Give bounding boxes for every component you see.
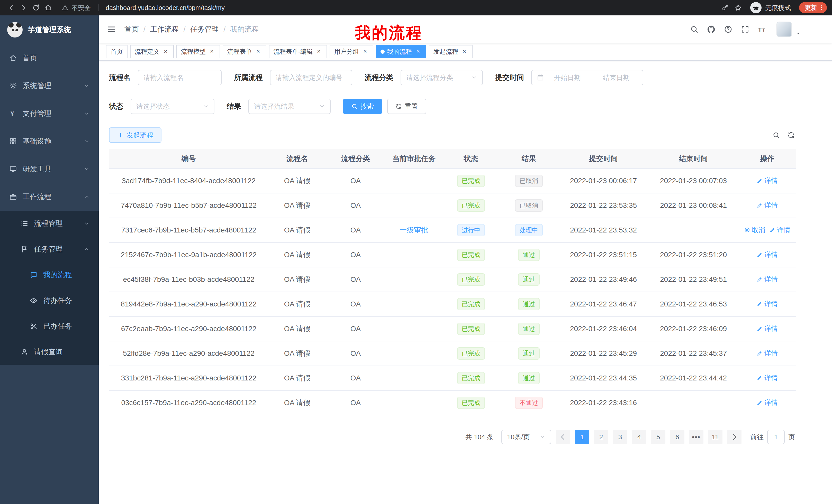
row-current-task — [385, 169, 443, 193]
date-range-picker[interactable]: 开始日期 - 结束日期 — [531, 70, 643, 85]
sidebar-item-system-manage[interactable]: 系统管理 — [0, 72, 99, 100]
pagination-page-2[interactable]: 2 — [594, 430, 608, 444]
breadcrumb-item[interactable]: 首页 — [125, 24, 139, 34]
search-button[interactable]: 搜索 — [343, 99, 382, 114]
result-tag: 通过 — [518, 372, 540, 384]
breadcrumb-item[interactable]: 任务管理 — [190, 24, 219, 34]
start-date-placeholder[interactable]: 开始日期 — [546, 73, 589, 82]
detail-action[interactable]: 详情 — [769, 226, 790, 234]
page-size-select[interactable]: 10条/页 — [501, 430, 551, 444]
browser-back-button[interactable] — [5, 2, 18, 14]
close-icon[interactable]: × — [461, 48, 468, 55]
close-icon[interactable]: × — [208, 48, 215, 55]
cancel-action[interactable]: 取消 — [744, 226, 765, 234]
pagination-page-1[interactable]: 1 — [575, 430, 589, 444]
close-icon[interactable]: × — [162, 48, 169, 55]
detail-action[interactable]: 详情 — [757, 176, 778, 185]
status-select[interactable]: 请选择状态 — [131, 99, 214, 114]
sidebar-item-home[interactable]: 首页 — [0, 44, 99, 72]
browser-reload-button[interactable] — [30, 2, 42, 14]
pagination-page-4[interactable]: 4 — [632, 430, 646, 444]
sidebar-item-todo-task[interactable]: 待办任务 — [0, 288, 99, 313]
sidebar-item-workflow[interactable]: 工作流程 — [0, 183, 99, 211]
pagination-page-3[interactable]: 3 — [613, 430, 627, 444]
sidebar-toggle-button[interactable] — [107, 25, 116, 34]
sidebar-item-task-manage[interactable]: 任务管理 — [0, 236, 99, 262]
detail-action[interactable]: 详情 — [757, 373, 778, 383]
url-text[interactable]: dashboard.yudao.iocoder.cn/bpm/task/my — [106, 4, 225, 11]
sidebar-item-done-task[interactable]: 已办任务 — [0, 313, 99, 339]
edit-icon — [757, 301, 763, 307]
tab-流程模型[interactable]: 流程模型× — [176, 45, 220, 58]
create-process-button[interactable]: 发起流程 — [109, 128, 161, 143]
edit-icon — [757, 177, 763, 184]
browser-forward-button[interactable] — [18, 2, 30, 14]
tab-我的流程[interactable]: 我的流程× — [376, 45, 426, 58]
home-icon — [9, 54, 17, 62]
help-icon[interactable] — [722, 23, 735, 36]
password-key-icon[interactable] — [722, 4, 729, 11]
font-size-icon[interactable]: TT — [755, 23, 769, 36]
sidebar-item-my-process[interactable]: 我的流程 — [0, 262, 99, 288]
process-name-input[interactable] — [138, 70, 222, 85]
fullscreen-icon[interactable] — [738, 23, 752, 36]
sidebar-item-leave-query[interactable]: 请假查询 — [0, 339, 99, 365]
detail-action[interactable]: 详情 — [757, 398, 778, 407]
date-range-separator: - — [591, 74, 593, 82]
github-icon[interactable] — [704, 23, 718, 36]
sidebar-item-infrastructure[interactable]: 基础设施 — [0, 128, 99, 155]
header-search-icon[interactable] — [687, 23, 701, 36]
pagination-ellipsis[interactable]: ••• — [689, 430, 703, 444]
column-header: 流程分类 — [326, 149, 385, 169]
sidebar-item-process-manage[interactable]: 流程管理 — [0, 211, 99, 236]
tab-用户分组[interactable]: 用户分组× — [330, 45, 373, 58]
pagination-page-11[interactable]: 11 — [708, 430, 723, 444]
tab-流程表单[interactable]: 流程表单× — [223, 45, 266, 58]
tab-首页[interactable]: 首页 — [106, 45, 128, 58]
pagination-next-button[interactable] — [727, 430, 742, 444]
toggle-search-icon[interactable] — [772, 131, 780, 139]
end-date-placeholder[interactable]: 结束日期 — [595, 73, 638, 82]
pagination-prev-button[interactable] — [556, 430, 570, 444]
sidebar-item-dev-tools[interactable]: 研发工具 — [0, 155, 99, 183]
close-icon[interactable]: × — [414, 48, 422, 55]
menu-dots-icon[interactable] — [818, 4, 825, 11]
detail-action[interactable]: 详情 — [757, 275, 778, 284]
address-bar[interactable]: 不安全 dashboard.yudao.iocoder.cn/bpm/task/… — [62, 4, 714, 12]
close-icon[interactable]: × — [255, 48, 262, 55]
process-definition-input-field[interactable] — [276, 74, 346, 82]
tab-发起流程[interactable]: 发起流程× — [429, 45, 473, 58]
detail-action[interactable]: 详情 — [757, 201, 778, 210]
browser-update-button[interactable]: 更新 — [799, 2, 827, 13]
detail-action[interactable]: 详情 — [757, 300, 778, 309]
browser-home-button[interactable] — [42, 2, 54, 14]
result-tag: 已取消 — [515, 199, 543, 212]
reset-button[interactable]: 重置 — [387, 99, 426, 114]
table-refresh-icon[interactable] — [787, 131, 795, 139]
close-icon[interactable]: × — [315, 48, 322, 55]
detail-action[interactable]: 详情 — [757, 250, 778, 259]
result-select[interactable]: 请选择流结果 — [249, 99, 331, 114]
security-label[interactable]: 不安全 — [72, 4, 91, 12]
tab-流程定义[interactable]: 流程定义× — [130, 45, 174, 58]
edit-icon — [757, 350, 763, 356]
avatar-caret-icon[interactable] — [796, 31, 801, 36]
pagination-goto-input[interactable] — [767, 430, 785, 444]
detail-action[interactable]: 详情 — [757, 324, 778, 333]
table-tools — [772, 131, 795, 139]
process-definition-input[interactable] — [270, 70, 352, 85]
close-icon[interactable]: × — [362, 48, 369, 55]
chevron-up-icon — [84, 194, 89, 200]
category-select[interactable]: 请选择流程分类 — [400, 70, 483, 85]
detail-action[interactable]: 详情 — [757, 349, 778, 358]
sidebar-item-payment-manage[interactable]: ¥支付管理 — [0, 100, 99, 128]
process-name-input-field[interactable] — [144, 74, 216, 82]
cancel-icon — [744, 227, 750, 233]
breadcrumb-item[interactable]: 工作流程 — [150, 24, 179, 34]
current-task-link[interactable]: 一级审批 — [399, 226, 428, 234]
pagination-page-6[interactable]: 6 — [670, 430, 684, 444]
pagination-page-5[interactable]: 5 — [651, 430, 666, 444]
user-avatar[interactable] — [777, 22, 792, 37]
tab-流程表单-编辑[interactable]: 流程表单-编辑× — [269, 45, 327, 58]
bookmark-star-icon[interactable] — [734, 4, 742, 11]
